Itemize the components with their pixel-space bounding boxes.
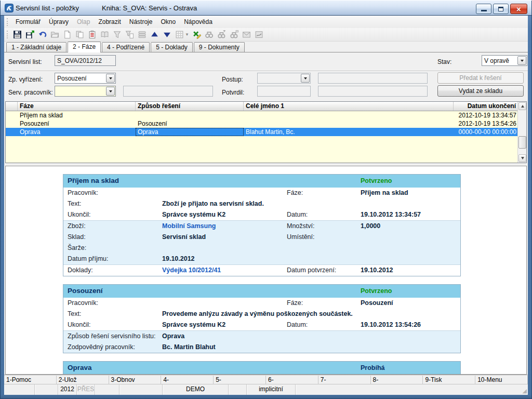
phase-detail-row: Sklad:Servisní skladUmístění: — [63, 232, 460, 243]
function-key-9-tisk[interactable]: 9-Tisk — [423, 376, 475, 384]
search-icon[interactable] — [204, 29, 215, 41]
menu-item-okno[interactable]: Okno — [156, 16, 180, 28]
detail-label: Zboží: — [68, 222, 86, 230]
column-header-f-ze[interactable]: Fáze — [18, 102, 136, 111]
table-scrollbar[interactable] — [517, 102, 526, 163]
tab-4-pod-zen[interactable]: 4 - Podřízené — [102, 42, 150, 52]
function-key-8[interactable]: 8- — [371, 376, 423, 384]
close-button[interactable]: × — [510, 4, 527, 14]
menu-item-n-pov-da[interactable]: Nápověda — [180, 16, 217, 28]
status-cell — [229, 384, 247, 395]
application-window: Servisní list - položky Kniha: S_OVA: Se… — [0, 0, 532, 399]
scroll-down-icon[interactable] — [518, 154, 526, 162]
mail-icon[interactable] — [241, 29, 252, 41]
table-cell — [6, 119, 18, 128]
vydat-ze-skladu-button[interactable]: Vydat ze skladu — [437, 85, 524, 97]
table-row[interactable]: Příjem na sklad2012-10-19 13:34:57 — [6, 111, 526, 119]
detail-link[interactable]: Mobilní Samsung — [162, 222, 216, 230]
zp-vyrizeni-combobox[interactable]: Posouzení — [55, 73, 116, 84]
phase-detail-row: Zboží:Mobilní SamsungMnožství:1,0000 — [63, 221, 460, 232]
function-key-2-ulo[interactable]: 2-Ulož — [57, 376, 109, 384]
chevron-down-icon[interactable] — [106, 87, 115, 96]
book-icon[interactable] — [99, 29, 110, 41]
function-key-3-obnov[interactable]: 3-Obnov — [109, 376, 162, 384]
print-stack-icon[interactable] — [136, 29, 148, 41]
search-all-icon[interactable] — [229, 29, 240, 41]
paste-icon[interactable] — [86, 29, 98, 41]
save-icon[interactable] — [11, 29, 23, 41]
resize-grip[interactable]: ◢ — [523, 388, 527, 394]
function-key-1-pomoc[interactable]: 1-Pomoc — [4, 376, 57, 384]
function-key-4[interactable]: 4- — [161, 376, 214, 384]
phase-card-p-jem-na-sklad: Příjem na skladPotvrzenoPracovník:Fáze:P… — [63, 174, 461, 276]
function-key-7[interactable]: 7- — [318, 376, 371, 384]
chevron-down-icon[interactable] — [301, 74, 310, 83]
tab-1-z-kladn-daje[interactable]: 1 - Základní údaje — [6, 42, 66, 52]
new-document-icon[interactable] — [61, 29, 73, 41]
chevron-down-icon[interactable] — [517, 56, 526, 65]
detail-value: Bc. Martin Blahut — [162, 343, 216, 351]
tab-2-f-ze[interactable]: 2 - Fáze — [68, 42, 101, 52]
search-next-icon[interactable] — [216, 29, 228, 41]
save-as-icon[interactable] — [24, 29, 35, 41]
detail-label: Ukončil: — [68, 211, 90, 218]
undo-icon[interactable] — [36, 29, 48, 41]
function-key-bar: 1-Pomoc2-Ulož3-Obnov4-5-6-7-8-9-Tisk10-M… — [4, 376, 528, 384]
tab-5-doklady[interactable]: 5 - Doklady — [151, 42, 193, 52]
function-key-6[interactable]: 6- — [266, 376, 318, 384]
sign-icon[interactable] — [254, 29, 265, 41]
detail-value: 19.10.2012 13:34:57 — [361, 211, 421, 218]
grid-icon[interactable] — [174, 29, 185, 41]
phase-card-block: Pracovník:Fáze:PosouzeníText:Provedeme a… — [63, 298, 460, 330]
menu-item-n-stroje[interactable]: Nástroje — [125, 16, 157, 28]
filter-document-icon[interactable] — [124, 29, 135, 41]
stav-combobox[interactable]: V opravě — [482, 55, 527, 66]
detail-value: Správce systému K2 — [162, 211, 225, 218]
edit-confirm-icon[interactable] — [191, 29, 203, 41]
table-row[interactable]: PosouzeníPosouzení2012-10-19 13:54:26 — [6, 119, 526, 128]
menu-item-zobrazit[interactable]: Zobrazit — [94, 16, 125, 28]
phase-card-block: Zboží:Mobilní SamsungMnožství:1,0000Skla… — [63, 220, 460, 264]
copy-icon[interactable] — [74, 29, 85, 41]
stav-label: Stav: — [437, 58, 451, 65]
dropdown-caret-icon[interactable]: ▼ — [185, 32, 189, 37]
detail-value: Zboží je přijato na servisní sklad. — [162, 200, 264, 207]
detail-label: Datum příjmu: — [68, 255, 109, 262]
serv-pracovnik-name-field — [123, 86, 213, 97]
chevron-down-icon[interactable] — [106, 74, 115, 83]
detail-label: Datum potvrzení: — [287, 267, 336, 274]
detail-label: Fáze: — [287, 189, 303, 196]
detail-label: Doklady: — [68, 267, 93, 274]
menu-item-formul[interactable]: Formulář — [11, 16, 45, 28]
detail-value: Oprava — [162, 332, 184, 340]
zp-vyrizeni-label: Zp. vyřízení: — [8, 76, 43, 83]
detail-link[interactable]: Výdejka 10/2012/41 — [162, 267, 221, 274]
serv-pracovnik-combobox[interactable] — [55, 86, 116, 97]
column-header-cel-jm-no-1[interactable]: Celé jméno 1 — [244, 102, 454, 111]
predat-k-reseni-button[interactable]: Předat k řešení — [437, 72, 524, 84]
phase-detail-row: Způsob řešení servisního listu:Oprava — [63, 331, 460, 342]
column-header-datum-ukon-en[interactable]: Datum ukončení — [454, 102, 518, 111]
scroll-up-icon[interactable] — [518, 102, 526, 110]
navigate-up-icon[interactable] — [149, 29, 160, 41]
scrollbar-thumb[interactable] — [518, 136, 526, 149]
filter-icon[interactable] — [111, 29, 123, 41]
maximize-button[interactable] — [493, 4, 509, 14]
navigate-down-icon[interactable] — [161, 29, 172, 41]
column-header-zp-sob-e-en[interactable]: Způsob řešení — [136, 102, 244, 111]
status-cell-demo: DEMO — [163, 384, 229, 395]
postup-combobox[interactable] — [257, 73, 311, 84]
phase-card-block: Pracovník:Fáze:Příjem na skladText:Zboží… — [63, 188, 460, 220]
tab-9-dokumenty[interactable]: 9 - Dokumenty — [194, 42, 245, 52]
table-cell — [6, 111, 18, 119]
minimize-button[interactable] — [476, 4, 491, 14]
menu-item-olap[interactable]: Olap — [73, 16, 94, 28]
function-key-10-menu[interactable]: 10-Menu — [475, 376, 528, 384]
table-row[interactable]: OpravaOpravaBlahut Martin, Bc.0000-00-00… — [6, 128, 526, 136]
column-header-empty[interactable] — [6, 102, 18, 111]
open-folder-icon[interactable] — [49, 29, 60, 41]
servisni-list-field[interactable]: S_OVA/2012/12 — [55, 55, 116, 66]
toolbar: ▼ — [4, 28, 528, 42]
menu-item-pravy[interactable]: Úpravy — [45, 16, 73, 28]
function-key-5[interactable]: 5- — [214, 376, 266, 384]
